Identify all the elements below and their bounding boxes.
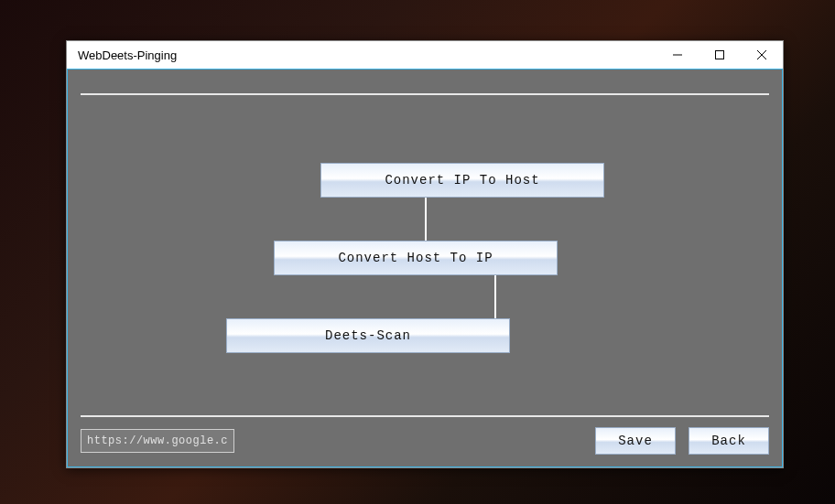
convert-host-to-ip-button[interactable]: Convert Host To IP xyxy=(274,241,558,275)
minimize-icon xyxy=(673,48,682,62)
minimize-button[interactable] xyxy=(656,41,699,69)
close-button[interactable] xyxy=(741,41,783,69)
deets-scan-button[interactable]: Deets-Scan xyxy=(226,318,510,353)
bottom-actions: Save Back xyxy=(595,427,769,455)
maximize-icon xyxy=(715,48,724,62)
divider-top xyxy=(81,93,769,95)
svg-rect-0 xyxy=(716,50,724,59)
connector-line xyxy=(494,275,496,318)
window-title: WebDeets-Pinging xyxy=(78,48,177,62)
connector-line xyxy=(425,198,427,241)
save-button[interactable]: Save xyxy=(595,427,676,455)
app-window: WebDeets-Pinging Convert IP To Host xyxy=(66,40,784,468)
maximize-button[interactable] xyxy=(699,41,741,69)
divider-bottom xyxy=(81,415,769,417)
convert-ip-to-host-button[interactable]: Convert IP To Host xyxy=(320,163,604,198)
window-controls xyxy=(656,41,783,69)
close-icon xyxy=(757,48,766,62)
url-input[interactable] xyxy=(81,429,234,453)
main-area: Convert IP To Host Convert Host To IP De… xyxy=(68,124,782,393)
back-button[interactable]: Back xyxy=(689,427,769,455)
bottom-bar: Save Back xyxy=(81,424,769,457)
titlebar: WebDeets-Pinging xyxy=(67,41,783,69)
client-area: Convert IP To Host Convert Host To IP De… xyxy=(67,69,783,467)
